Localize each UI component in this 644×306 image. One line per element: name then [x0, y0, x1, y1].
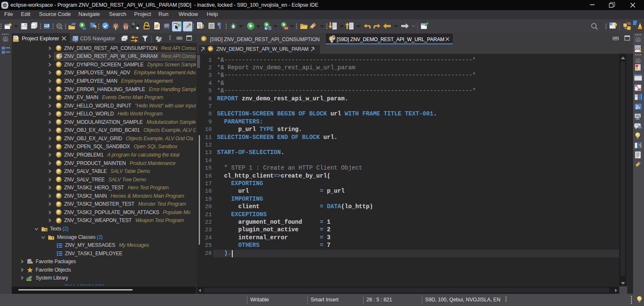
svg-text:P: P — [57, 161, 60, 165]
svg-text:P: P — [57, 186, 60, 190]
svg-text:P: P — [57, 62, 60, 67]
svg-text:P: P — [57, 144, 60, 149]
svg-text:P: P — [203, 37, 205, 41]
svg-text:P: P — [57, 87, 60, 92]
svg-text:P: P — [57, 177, 60, 182]
svg-text:P: P — [57, 202, 60, 207]
svg-text:P: P — [57, 120, 60, 124]
svg-text:P: P — [57, 112, 60, 116]
svg-text:P: P — [57, 152, 60, 157]
svg-text:P: P — [57, 169, 60, 174]
svg-text:P: P — [57, 79, 60, 84]
svg-text:P: P — [209, 47, 212, 51]
svg-text:T: T — [52, 236, 54, 239]
svg-text:P: P — [57, 136, 60, 141]
svg-text:P: P — [57, 128, 60, 133]
svg-text:P: P — [57, 194, 60, 198]
svg-text:G: G — [45, 228, 47, 231]
svg-text:P: P — [57, 71, 60, 75]
svg-text:P: P — [57, 95, 60, 100]
svg-text:P: P — [57, 218, 60, 223]
svg-text:P: P — [57, 103, 60, 108]
svg-text:P: P — [57, 46, 60, 50]
svg-text:P: P — [57, 210, 60, 214]
